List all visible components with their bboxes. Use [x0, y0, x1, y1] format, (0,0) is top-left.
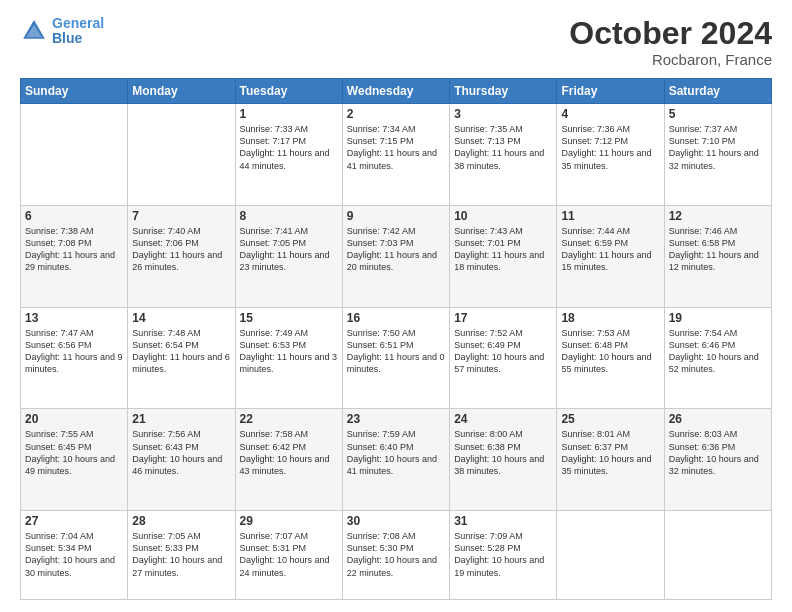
day-number: 24	[454, 412, 552, 426]
day-number: 10	[454, 209, 552, 223]
table-row: 24Sunrise: 8:00 AM Sunset: 6:38 PM Dayli…	[450, 409, 557, 511]
col-tuesday: Tuesday	[235, 79, 342, 104]
table-row: 18Sunrise: 7:53 AM Sunset: 6:48 PM Dayli…	[557, 307, 664, 409]
day-details: Sunrise: 7:42 AM Sunset: 7:03 PM Dayligh…	[347, 225, 445, 274]
col-thursday: Thursday	[450, 79, 557, 104]
day-details: Sunrise: 7:48 AM Sunset: 6:54 PM Dayligh…	[132, 327, 230, 376]
table-row: 15Sunrise: 7:49 AM Sunset: 6:53 PM Dayli…	[235, 307, 342, 409]
table-row: 12Sunrise: 7:46 AM Sunset: 6:58 PM Dayli…	[664, 205, 771, 307]
table-row: 28Sunrise: 7:05 AM Sunset: 5:33 PM Dayli…	[128, 511, 235, 600]
col-wednesday: Wednesday	[342, 79, 449, 104]
table-row: 5Sunrise: 7:37 AM Sunset: 7:10 PM Daylig…	[664, 104, 771, 206]
day-details: Sunrise: 7:34 AM Sunset: 7:15 PM Dayligh…	[347, 123, 445, 172]
day-number: 12	[669, 209, 767, 223]
day-number: 31	[454, 514, 552, 528]
table-row: 30Sunrise: 7:08 AM Sunset: 5:30 PM Dayli…	[342, 511, 449, 600]
day-number: 7	[132, 209, 230, 223]
table-row: 31Sunrise: 7:09 AM Sunset: 5:28 PM Dayli…	[450, 511, 557, 600]
table-row	[664, 511, 771, 600]
day-number: 15	[240, 311, 338, 325]
col-monday: Monday	[128, 79, 235, 104]
day-details: Sunrise: 7:07 AM Sunset: 5:31 PM Dayligh…	[240, 530, 338, 579]
day-details: Sunrise: 7:41 AM Sunset: 7:05 PM Dayligh…	[240, 225, 338, 274]
day-details: Sunrise: 7:46 AM Sunset: 6:58 PM Dayligh…	[669, 225, 767, 274]
day-details: Sunrise: 7:36 AM Sunset: 7:12 PM Dayligh…	[561, 123, 659, 172]
day-details: Sunrise: 8:01 AM Sunset: 6:37 PM Dayligh…	[561, 428, 659, 477]
day-number: 14	[132, 311, 230, 325]
table-row: 23Sunrise: 7:59 AM Sunset: 6:40 PM Dayli…	[342, 409, 449, 511]
day-details: Sunrise: 7:38 AM Sunset: 7:08 PM Dayligh…	[25, 225, 123, 274]
table-row: 3Sunrise: 7:35 AM Sunset: 7:13 PM Daylig…	[450, 104, 557, 206]
day-details: Sunrise: 7:59 AM Sunset: 6:40 PM Dayligh…	[347, 428, 445, 477]
table-row: 27Sunrise: 7:04 AM Sunset: 5:34 PM Dayli…	[21, 511, 128, 600]
table-row: 7Sunrise: 7:40 AM Sunset: 7:06 PM Daylig…	[128, 205, 235, 307]
table-row: 1Sunrise: 7:33 AM Sunset: 7:17 PM Daylig…	[235, 104, 342, 206]
day-details: Sunrise: 7:52 AM Sunset: 6:49 PM Dayligh…	[454, 327, 552, 376]
day-details: Sunrise: 7:58 AM Sunset: 6:42 PM Dayligh…	[240, 428, 338, 477]
day-number: 3	[454, 107, 552, 121]
day-details: Sunrise: 7:50 AM Sunset: 6:51 PM Dayligh…	[347, 327, 445, 376]
table-row: 20Sunrise: 7:55 AM Sunset: 6:45 PM Dayli…	[21, 409, 128, 511]
day-details: Sunrise: 7:35 AM Sunset: 7:13 PM Dayligh…	[454, 123, 552, 172]
day-number: 28	[132, 514, 230, 528]
table-row: 22Sunrise: 7:58 AM Sunset: 6:42 PM Dayli…	[235, 409, 342, 511]
table-row: 21Sunrise: 7:56 AM Sunset: 6:43 PM Dayli…	[128, 409, 235, 511]
day-number: 30	[347, 514, 445, 528]
day-number: 16	[347, 311, 445, 325]
table-row: 17Sunrise: 7:52 AM Sunset: 6:49 PM Dayli…	[450, 307, 557, 409]
header: General Blue October 2024 Rocbaron, Fran…	[20, 16, 772, 68]
logo-icon	[20, 17, 48, 45]
table-row	[21, 104, 128, 206]
table-row: 26Sunrise: 8:03 AM Sunset: 6:36 PM Dayli…	[664, 409, 771, 511]
day-details: Sunrise: 8:00 AM Sunset: 6:38 PM Dayligh…	[454, 428, 552, 477]
month-title: October 2024	[569, 16, 772, 51]
table-row: 25Sunrise: 8:01 AM Sunset: 6:37 PM Dayli…	[557, 409, 664, 511]
logo: General Blue	[20, 16, 104, 47]
day-number: 9	[347, 209, 445, 223]
day-number: 13	[25, 311, 123, 325]
calendar-table: Sunday Monday Tuesday Wednesday Thursday…	[20, 78, 772, 600]
day-number: 29	[240, 514, 338, 528]
day-number: 6	[25, 209, 123, 223]
day-number: 27	[25, 514, 123, 528]
day-number: 11	[561, 209, 659, 223]
day-number: 17	[454, 311, 552, 325]
calendar-header-row: Sunday Monday Tuesday Wednesday Thursday…	[21, 79, 772, 104]
location: Rocbaron, France	[569, 51, 772, 68]
day-number: 20	[25, 412, 123, 426]
day-details: Sunrise: 7:44 AM Sunset: 6:59 PM Dayligh…	[561, 225, 659, 274]
table-row	[557, 511, 664, 600]
table-row: 10Sunrise: 7:43 AM Sunset: 7:01 PM Dayli…	[450, 205, 557, 307]
day-number: 26	[669, 412, 767, 426]
day-number: 22	[240, 412, 338, 426]
day-details: Sunrise: 7:55 AM Sunset: 6:45 PM Dayligh…	[25, 428, 123, 477]
day-details: Sunrise: 7:05 AM Sunset: 5:33 PM Dayligh…	[132, 530, 230, 579]
col-friday: Friday	[557, 79, 664, 104]
table-row: 2Sunrise: 7:34 AM Sunset: 7:15 PM Daylig…	[342, 104, 449, 206]
day-details: Sunrise: 7:37 AM Sunset: 7:10 PM Dayligh…	[669, 123, 767, 172]
day-number: 19	[669, 311, 767, 325]
table-row: 19Sunrise: 7:54 AM Sunset: 6:46 PM Dayli…	[664, 307, 771, 409]
day-details: Sunrise: 7:09 AM Sunset: 5:28 PM Dayligh…	[454, 530, 552, 579]
day-details: Sunrise: 7:33 AM Sunset: 7:17 PM Dayligh…	[240, 123, 338, 172]
table-row: 29Sunrise: 7:07 AM Sunset: 5:31 PM Dayli…	[235, 511, 342, 600]
col-sunday: Sunday	[21, 79, 128, 104]
table-row: 16Sunrise: 7:50 AM Sunset: 6:51 PM Dayli…	[342, 307, 449, 409]
table-row: 8Sunrise: 7:41 AM Sunset: 7:05 PM Daylig…	[235, 205, 342, 307]
day-details: Sunrise: 7:08 AM Sunset: 5:30 PM Dayligh…	[347, 530, 445, 579]
day-number: 25	[561, 412, 659, 426]
day-details: Sunrise: 7:04 AM Sunset: 5:34 PM Dayligh…	[25, 530, 123, 579]
table-row: 11Sunrise: 7:44 AM Sunset: 6:59 PM Dayli…	[557, 205, 664, 307]
day-number: 18	[561, 311, 659, 325]
table-row: 6Sunrise: 7:38 AM Sunset: 7:08 PM Daylig…	[21, 205, 128, 307]
day-number: 21	[132, 412, 230, 426]
page: General Blue October 2024 Rocbaron, Fran…	[0, 0, 792, 612]
day-number: 8	[240, 209, 338, 223]
day-details: Sunrise: 7:43 AM Sunset: 7:01 PM Dayligh…	[454, 225, 552, 274]
table-row: 13Sunrise: 7:47 AM Sunset: 6:56 PM Dayli…	[21, 307, 128, 409]
table-row: 4Sunrise: 7:36 AM Sunset: 7:12 PM Daylig…	[557, 104, 664, 206]
logo-line2: Blue	[52, 30, 82, 46]
logo-text: General Blue	[52, 16, 104, 47]
table-row: 14Sunrise: 7:48 AM Sunset: 6:54 PM Dayli…	[128, 307, 235, 409]
day-details: Sunrise: 7:54 AM Sunset: 6:46 PM Dayligh…	[669, 327, 767, 376]
